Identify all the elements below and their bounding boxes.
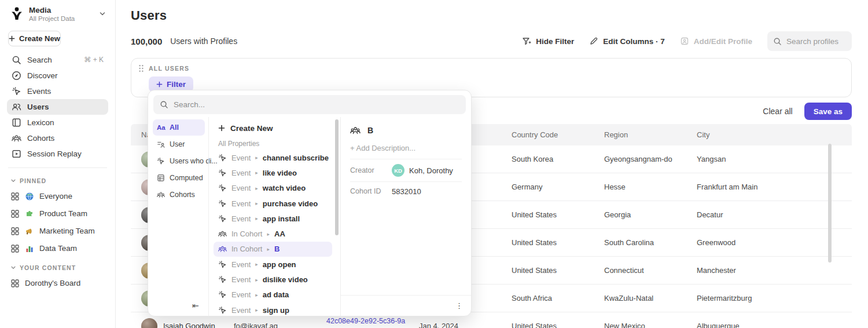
clear-all-button[interactable]: Clear all <box>763 107 792 116</box>
dropdown-scrollbar[interactable] <box>335 119 339 235</box>
search-profiles-box[interactable] <box>767 31 852 51</box>
chevron-down-icon[interactable] <box>99 10 106 17</box>
add-description-button[interactable]: + Add Description... <box>350 144 462 159</box>
user-city: Frankfurt am Main <box>686 183 852 191</box>
sidebar-item-everyone[interactable]: Everyone <box>7 188 108 205</box>
user-country: United States <box>501 210 594 219</box>
cohort-icon <box>218 229 227 238</box>
category-user[interactable]: User <box>153 136 205 152</box>
table-scrollbar[interactable] <box>828 144 832 263</box>
your-content-label: YOUR CONTENT <box>20 264 76 271</box>
sidebar-item-search[interactable]: Search ⌘ + K <box>7 52 108 68</box>
chevron-down-icon <box>10 265 16 271</box>
filter-button-label: Filter <box>167 80 186 89</box>
collapse-panel-icon[interactable]: ⇤ <box>192 301 199 310</box>
property-item-cohort-aa[interactable]: In Cohort▸AA <box>214 226 332 241</box>
more-options-icon[interactable]: ⋮ <box>455 302 463 309</box>
category-cohorts[interactable]: Cohorts <box>153 187 205 203</box>
search-profiles-input[interactable] <box>786 37 846 46</box>
category-users-who-did[interactable]: Users who di... <box>153 153 205 169</box>
project-switcher[interactable]: Media All Project Data <box>7 5 108 26</box>
user-email: fo@ikavaf.ag <box>223 322 316 328</box>
sidebar-item-dorothys-board[interactable]: Dorothy's Board <box>7 275 108 292</box>
your-content-section-header[interactable]: YOUR CONTENT <box>7 261 108 275</box>
pencil-icon <box>589 37 598 46</box>
sidebar-item-users[interactable]: Users <box>7 99 108 115</box>
user-name: Isaiah Goodwin <box>163 322 215 328</box>
breadcrumb-arrow: ▸ <box>255 292 258 298</box>
divider <box>8 167 107 168</box>
search-icon <box>160 100 168 109</box>
session-replay-icon <box>12 149 21 159</box>
board-grid-icon <box>10 192 20 201</box>
column-header-region[interactable]: Region <box>594 130 686 139</box>
breadcrumb-arrow: ▸ <box>267 246 270 252</box>
event-icon <box>218 275 227 284</box>
cohort-title: B <box>367 126 373 135</box>
project-subtitle: All Project Data <box>29 15 94 23</box>
property-item-purchase-video[interactable]: Event▸purchase video <box>214 196 332 211</box>
users-icon <box>12 102 21 112</box>
edit-columns-button[interactable]: Edit Columns · 7 <box>589 37 665 46</box>
event-icon <box>218 199 227 208</box>
all-users-label: ALL USERS <box>149 65 189 72</box>
sidebar-item-events[interactable]: Events <box>7 83 108 99</box>
sidebar-item-session-replay[interactable]: Session Replay <box>7 146 108 162</box>
sidebar-item-label: Search <box>27 56 52 64</box>
user-count: 100,000 <box>131 37 162 46</box>
lexicon-icon <box>12 118 21 127</box>
property-item-channel-subscribe[interactable]: Event▸channel subscribe <box>214 150 332 165</box>
user-city: Manchester <box>686 266 852 275</box>
category-all[interactable]: Aa All <box>153 119 205 136</box>
edit-columns-label: Edit Columns · 7 <box>603 37 665 46</box>
create-new-button[interactable]: Create New <box>8 31 61 46</box>
property-item-watch-video[interactable]: Event▸watch video <box>214 181 332 196</box>
property-item-ad-data[interactable]: Event▸ad data <box>214 287 332 303</box>
dropdown-search-input[interactable] <box>174 100 459 109</box>
event-icon <box>218 184 227 192</box>
breadcrumb-arrow: ▸ <box>255 216 258 221</box>
property-item-cohort-b[interactable]: In Cohort▸B <box>214 242 332 257</box>
sidebar-item-data-team[interactable]: Data Team <box>7 240 108 257</box>
user-count-label: Users with Profiles <box>170 37 237 46</box>
property-item-dislike-video[interactable]: Event▸dislike video <box>214 272 332 287</box>
board-grid-icon <box>10 244 20 253</box>
sidebar-item-marketing-team[interactable]: Marketing Team <box>7 223 108 240</box>
pinned-section-header[interactable]: PINNED <box>7 174 108 188</box>
sidebar-item-label: Users <box>27 103 49 111</box>
save-as-button[interactable]: Save as <box>804 103 852 120</box>
distinct-id-link[interactable]: 42c08e49-2e92-5c36-9a73-a84eb8684fa3 <box>326 317 405 328</box>
keyboard-shortcut: ⌘ + K <box>84 56 104 64</box>
dropdown-search-box[interactable] <box>153 95 466 114</box>
bar-chart-icon <box>25 244 34 253</box>
dropdown-create-new-button[interactable]: Create New <box>214 119 332 137</box>
aa-icon: Aa <box>157 124 165 131</box>
sidebar-item-cohorts[interactable]: Cohorts <box>7 130 108 146</box>
property-item-app-open[interactable]: Event▸app open <box>214 257 332 272</box>
user-card-icon <box>157 140 165 148</box>
creator-row: Creator KD Koh, Dorothy <box>350 159 462 182</box>
sidebar-item-lexicon[interactable]: Lexicon <box>7 115 108 130</box>
property-item-app-install[interactable]: Event▸app install <box>214 211 332 226</box>
property-item-sign-up[interactable]: Event▸sign up <box>214 303 332 318</box>
sidebar-item-discover[interactable]: Discover <box>7 68 108 83</box>
property-item-like-video[interactable]: Event▸like video <box>214 165 332 180</box>
hide-filter-button[interactable]: Hide Filter <box>522 37 574 46</box>
drag-handle-icon[interactable] <box>138 64 144 72</box>
column-header-city[interactable]: City <box>686 130 852 139</box>
board-grid-icon <box>10 209 20 218</box>
add-edit-profile-button[interactable]: Add/Edit Profile <box>680 37 752 46</box>
sidebar-item-label: Events <box>27 87 51 96</box>
category-computed[interactable]: Computed <box>153 170 205 186</box>
sidebar-item-product-team[interactable]: Product Team <box>7 205 108 223</box>
cohort-detail-popover: B + Add Description... Creator KD Koh, D… <box>340 117 471 316</box>
avatar <box>141 318 157 328</box>
filter-property-dropdown: Aa All User Users who di... Computed Coh… <box>148 90 472 316</box>
user-country: Germany <box>501 183 594 191</box>
user-date: Jan 4, 2024 <box>409 322 501 328</box>
sidebar-item-label: Cohorts <box>27 134 54 143</box>
column-header-country-code[interactable]: Country Code <box>501 130 594 139</box>
cohorts-icon <box>157 191 165 199</box>
user-region: Gyeongsangnam-do <box>594 155 686 163</box>
event-icon <box>218 169 227 177</box>
